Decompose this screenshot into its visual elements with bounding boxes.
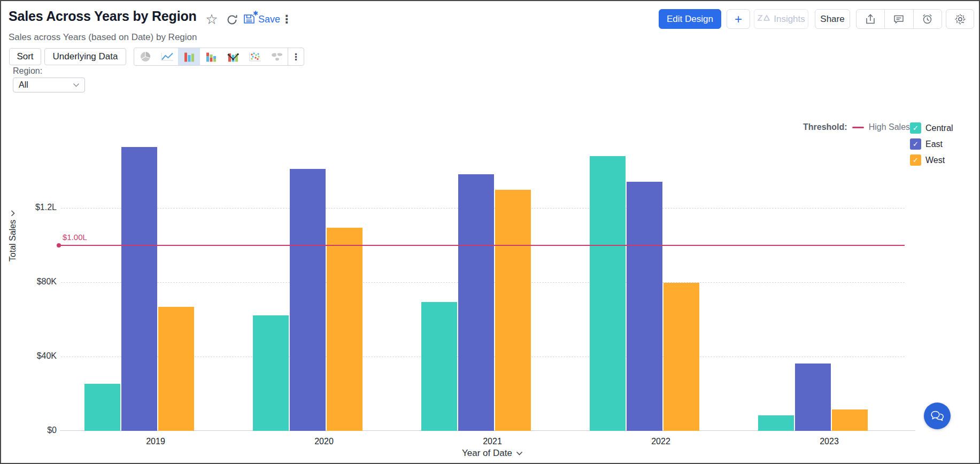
line-chart-button[interactable] <box>156 48 178 65</box>
legend-label: West <box>925 156 945 165</box>
page-title: Sales Across Years by Region <box>9 9 197 24</box>
bar-central-2019[interactable] <box>84 384 120 431</box>
bar-west-2022[interactable] <box>663 283 699 431</box>
plot-area: 20192020202120222023$1.00L <box>61 105 905 431</box>
insights-button-label: Insights <box>774 14 805 25</box>
y-axis-title[interactable]: Total Sales <box>8 204 18 268</box>
stacked-bar-chart-button[interactable] <box>200 48 222 65</box>
bar-central-2023[interactable] <box>758 415 794 431</box>
bar-east-2019[interactable] <box>121 147 157 431</box>
bar-west-2019[interactable] <box>158 307 194 431</box>
save-button[interactable]: ✱ Save <box>243 12 280 27</box>
legend-item-east[interactable]: ✓East <box>910 138 953 150</box>
region-filter-select[interactable]: All <box>13 78 85 92</box>
threshold-line-swatch <box>852 127 864 128</box>
x-tick-label-2019: 2019 <box>126 437 185 446</box>
x-axis-title-label: Year of Date <box>462 448 512 459</box>
x-tick-label-2020: 2020 <box>295 437 353 446</box>
bar-east-2023[interactable] <box>795 364 831 431</box>
threshold-legend-name: High Sales <box>869 122 910 132</box>
x-tick-label-2021: 2021 <box>463 437 522 446</box>
legend-item-central[interactable]: ✓Central <box>910 122 953 134</box>
scatter-chart-icon <box>248 51 262 62</box>
threshold-value-label: $1.00L <box>63 233 87 242</box>
sort-button[interactable]: Sort <box>9 48 41 65</box>
edit-design-button[interactable]: Edit Design <box>659 9 721 29</box>
insights-button[interactable]: Insights <box>754 9 808 29</box>
y-tick-label: $80K <box>1 277 57 287</box>
bar-east-2020[interactable] <box>290 169 326 431</box>
bar-central-2021[interactable] <box>421 302 457 431</box>
region-filter-label: Region: <box>13 66 42 76</box>
legend-checkbox-west[interactable]: ✓ <box>910 154 921 166</box>
share-button[interactable]: Share <box>815 9 850 29</box>
chat-assistant-button[interactable] <box>924 403 951 429</box>
line-chart-icon <box>160 51 174 62</box>
x-tick-label-2022: 2022 <box>631 437 690 446</box>
underlying-data-button[interactable]: Underlying Data <box>44 48 126 65</box>
header-icon-toolbar <box>856 9 942 29</box>
x-tick-label-2023: 2023 <box>800 437 859 446</box>
legend-label: East <box>925 140 943 149</box>
comments-button[interactable] <box>884 10 913 28</box>
chart-type-switcher: ⋮ <box>134 48 304 66</box>
zia-insights-icon <box>757 13 770 25</box>
analytics-report-window: Sales Across Years by Region Sales acros… <box>0 0 980 464</box>
y-tick-label: $40K <box>1 351 57 361</box>
alarm-clock-icon <box>921 13 933 25</box>
pie-chart-button[interactable] <box>134 48 156 65</box>
bar-west-2023[interactable] <box>832 409 868 431</box>
page-subtitle: Sales across Years (based on Date) by Re… <box>9 32 197 43</box>
unsaved-asterisk-icon: ✱ <box>253 10 258 17</box>
threshold-line <box>59 245 905 246</box>
gear-icon <box>954 13 967 26</box>
threshold-legend-title: Threshold: <box>803 122 847 132</box>
legend-checkbox-east[interactable]: ✓ <box>910 138 921 150</box>
y-axis-title-label: Total Sales <box>8 220 18 261</box>
bar-chart-button[interactable] <box>178 48 200 65</box>
bar-central-2020[interactable] <box>253 315 289 431</box>
save-icon: ✱ <box>243 13 257 26</box>
threshold-legend: Threshold: High Sales <box>803 122 910 132</box>
legend-label: Central <box>925 123 953 133</box>
chat-bubbles-icon <box>930 409 945 422</box>
region-filter-value: All <box>13 80 73 90</box>
stacked-bar-chart-icon <box>204 51 218 62</box>
bar-east-2022[interactable] <box>627 182 662 431</box>
more-options-icon[interactable]: ⋮ <box>280 11 293 27</box>
refresh-icon[interactable] <box>225 13 240 27</box>
export-icon <box>865 13 876 25</box>
threshold-line-dot <box>57 243 61 248</box>
bar-east-2021[interactable] <box>458 174 494 431</box>
bar-line-chart-button[interactable] <box>222 48 244 65</box>
series-legend: ✓Central✓East✓West <box>910 122 953 171</box>
schedule-button[interactable] <box>913 10 942 28</box>
chevron-down-icon <box>516 451 523 455</box>
comment-icon <box>893 13 905 25</box>
y-tick-label: $1.2L <box>1 203 57 212</box>
legend-checkbox-central[interactable]: ✓ <box>910 122 921 134</box>
x-axis-title[interactable]: Year of Date <box>439 448 546 459</box>
add-new-button[interactable]: + <box>727 9 750 29</box>
legend-item-west[interactable]: ✓West <box>910 154 953 166</box>
pie-chart-icon <box>139 51 152 62</box>
export-button[interactable] <box>856 10 884 28</box>
bar-west-2020[interactable] <box>327 228 362 431</box>
bar-chart-icon <box>182 51 196 62</box>
y-tick-label: $0 <box>1 426 57 435</box>
chevron-down-icon <box>73 83 84 87</box>
bar-line-chart-icon <box>226 51 240 62</box>
favorite-star-icon[interactable]: ☆ <box>203 11 220 28</box>
bar-central-2022[interactable] <box>590 156 626 431</box>
map-chart-icon <box>270 51 284 62</box>
scatter-chart-button[interactable] <box>244 48 266 65</box>
settings-button[interactable] <box>946 9 974 29</box>
bar-west-2021[interactable] <box>495 190 531 431</box>
map-chart-button[interactable] <box>266 48 288 65</box>
save-button-label: Save <box>258 14 280 25</box>
more-chart-types-button[interactable]: ⋮ <box>288 48 304 65</box>
